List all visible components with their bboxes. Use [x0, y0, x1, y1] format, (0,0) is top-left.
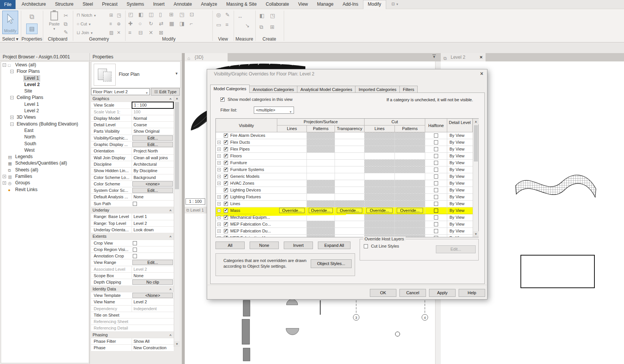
- clipboard-tool-icon[interactable]: ✎: [64, 30, 68, 35]
- tree-item-views-all-[interactable]: −□Views (all): [1, 62, 89, 68]
- tree-item-level-1[interactable]: Level 1: [1, 101, 89, 108]
- invert-button[interactable]: Invert: [284, 242, 313, 249]
- detail-level-cell[interactable]: By View: [447, 132, 473, 139]
- override-cell-pl[interactable]: [277, 180, 307, 187]
- view-tool-icon[interactable]: ≡: [225, 22, 228, 27]
- override-cell-pl[interactable]: [277, 173, 307, 180]
- property-value[interactable]: None: [132, 194, 174, 200]
- tree-item-west[interactable]: West: [1, 147, 89, 154]
- property-row-phase[interactable]: PhaseNew Construction: [91, 345, 174, 351]
- override-button[interactable]: Override...: [279, 208, 305, 213]
- property-value[interactable]: Independent: [132, 306, 174, 312]
- geometry-tool-icon[interactable]: ⊞: [109, 13, 113, 18]
- override-cell-pl[interactable]: [277, 194, 307, 200]
- property-value[interactable]: Background: [132, 174, 174, 180]
- geometry-tool-icon[interactable]: ◳: [117, 13, 121, 18]
- property-row-range-top-level[interactable]: Range: Top LevelLevel 2: [91, 220, 174, 227]
- wall[interactable]: [243, 348, 250, 361]
- collapse-icon[interactable]: ^: [170, 234, 171, 240]
- scroll-down-icon[interactable]: ▼: [473, 231, 479, 237]
- override-button[interactable]: Override...: [309, 208, 333, 213]
- property-row-title-on-sheet[interactable]: Title on Sheet: [91, 312, 174, 318]
- override-cell-tr[interactable]: [335, 173, 365, 180]
- dialog-tab-analytical-model-categories[interactable]: Analytical Model Categories: [297, 86, 355, 93]
- halftone-cell[interactable]: [425, 146, 447, 152]
- visibility-checkbox[interactable]: [224, 133, 228, 138]
- property-row-detail-level[interactable]: Detail LevelCoarse: [91, 122, 174, 128]
- modify-tool-icon[interactable]: ◫: [149, 12, 154, 17]
- halftone-checkbox[interactable]: [434, 202, 438, 206]
- modify-tool-icon[interactable]: ◰: [128, 12, 133, 17]
- visibility-checkbox[interactable]: [224, 161, 228, 165]
- col-header-detail-level[interactable]: Detail Level: [447, 119, 473, 132]
- category-row-furniture[interactable]: +FurnitureBy View: [216, 160, 473, 166]
- halftone-cell[interactable]: [425, 166, 447, 173]
- visibility-checkbox[interactable]: [224, 222, 228, 226]
- view-tool-icon[interactable]: ▭: [216, 22, 221, 27]
- door-swing[interactable]: [286, 300, 298, 305]
- col-header-visibility[interactable]: Visibility: [216, 119, 277, 132]
- show-model-categories-checkbox[interactable]: Show model categories in this view: [220, 97, 292, 102]
- detail-level-cell[interactable]: By View: [447, 139, 473, 146]
- property-row-show-hidden-lin-[interactable]: Show Hidden Lin...By Discipline: [91, 168, 174, 174]
- modify-tool-icon[interactable]: ◨: [179, 21, 184, 26]
- override-button[interactable]: Override...: [366, 208, 393, 213]
- collapse-icon[interactable]: ^: [170, 333, 171, 339]
- category-row-mep-fabrication-du-[interactable]: +MEP Fabrication Du...By View: [216, 228, 473, 235]
- property-row-orientation[interactable]: OrientationProject North: [91, 148, 174, 154]
- visibility-checkbox[interactable]: [224, 154, 228, 158]
- category-row-floors[interactable]: +FloorsBy View: [216, 153, 473, 160]
- override-cell-tr[interactable]: [335, 132, 365, 139]
- override-cell-tr[interactable]: [335, 235, 365, 237]
- type-properties-icon[interactable]: ⧉: [24, 11, 40, 22]
- property-row-graphic-display-[interactable]: Graphic Display ...Edit...: [91, 141, 174, 148]
- cut-line-styles-checkbox[interactable]: Cut Line Styles: [364, 244, 399, 248]
- property-row-phase-filter[interactable]: Phase FilterShow All: [91, 338, 174, 345]
- column-circle[interactable]: [395, 332, 400, 336]
- edit-host-layers-button[interactable]: Edit...: [436, 245, 476, 253]
- tree-item-site[interactable]: Site: [1, 88, 89, 94]
- plan-rectangle[interactable]: [520, 255, 595, 288]
- halftone-checkbox[interactable]: [434, 229, 438, 233]
- property-value[interactable]: Coarse: [132, 122, 174, 128]
- none-button[interactable]: None: [250, 242, 279, 249]
- dialog-tab-model-categories[interactable]: Model Categories: [210, 85, 250, 93]
- property-row-display-model[interactable]: Display ModelNormal: [91, 115, 174, 122]
- modify-tool-icon[interactable]: ✕: [149, 30, 153, 35]
- geometry-notch-button[interactable]: ⊓Notch ▼: [77, 13, 96, 18]
- category-row-lines[interactable]: +LinesBy View: [216, 201, 473, 207]
- property-button[interactable]: Edit...: [132, 260, 173, 265]
- halftone-checkbox[interactable]: [434, 174, 438, 179]
- property-value[interactable]: Show Original: [132, 128, 174, 134]
- halftone-cell[interactable]: [425, 235, 447, 237]
- property-row-default-analysis-[interactable]: Default Analysis ...None: [91, 194, 174, 200]
- override-cell-cl[interactable]: Override...: [365, 207, 395, 214]
- category-row-generic-models[interactable]: +Generic ModelsBy View: [216, 173, 473, 180]
- property-row-underlay-orienta-[interactable]: Underlay Orienta...Look down: [91, 227, 174, 233]
- halftone-cell[interactable]: [425, 160, 447, 166]
- override-cell-tr[interactable]: [335, 146, 365, 152]
- halftone-cell[interactable]: [425, 173, 447, 180]
- halftone-checkbox[interactable]: [434, 140, 438, 144]
- override-cell-pl[interactable]: [277, 201, 307, 207]
- expand-icon[interactable]: +: [217, 209, 221, 212]
- tree-item-elevations-building-elevation-[interactable]: −Elevations (Building Elevation): [1, 121, 89, 127]
- override-cell-pl[interactable]: [277, 160, 307, 166]
- view-tab-level2[interactable]: ⧉ Level 2 ×: [441, 53, 486, 61]
- halftone-cell[interactable]: [425, 132, 447, 139]
- ribbon-tab-view[interactable]: View: [294, 0, 313, 9]
- ok-button[interactable]: OK: [370, 289, 396, 297]
- scrollbar-thumb[interactable]: [175, 102, 179, 189]
- override-cell-pp[interactable]: [307, 214, 335, 221]
- property-checkbox[interactable]: [133, 248, 137, 252]
- dialog-tab-annotation-categories[interactable]: Annotation Categories: [250, 86, 297, 93]
- tree-item-floor-plans[interactable]: −Floor Plans: [1, 68, 89, 75]
- override-cell-pl[interactable]: [277, 214, 307, 221]
- property-row-system-color-sc-[interactable]: System Color Sc...Edit...: [91, 187, 174, 194]
- detail-level-cell[interactable]: By View: [447, 194, 473, 200]
- ribbon-tab-insert[interactable]: Insert: [149, 0, 169, 9]
- geometry-tool-icon[interactable]: ✕: [117, 30, 121, 35]
- ribbon-tab-modify[interactable]: Modify: [363, 0, 386, 9]
- tree-item-revit-links[interactable]: ●Revit Links: [1, 187, 89, 193]
- property-checkbox[interactable]: [133, 241, 137, 245]
